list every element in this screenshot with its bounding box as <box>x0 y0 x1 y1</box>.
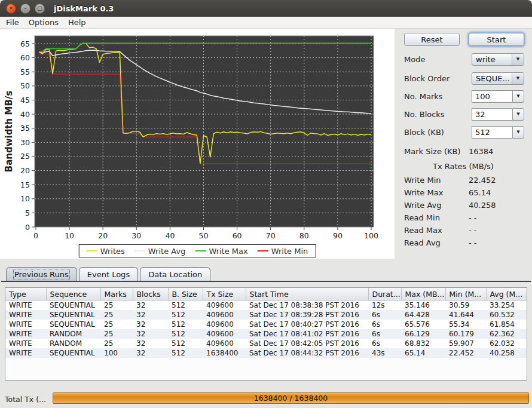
read-max-label: Read Max <box>404 226 442 235</box>
table-cell: 409600 <box>203 329 246 339</box>
table-cell: 32 <box>133 310 168 320</box>
svg-text:65: 65 <box>20 39 30 48</box>
no-marks-input[interactable]: 100 ▼ <box>472 90 524 103</box>
table-cell: 40.258 <box>486 348 527 358</box>
total-tx-label: Total Tx (... <box>5 395 46 404</box>
table-cell: RANDOM <box>46 329 100 339</box>
progress-text: 1638400 / 1638400 <box>254 394 328 403</box>
svg-text:35: 35 <box>20 124 30 133</box>
column-header[interactable]: Start Time <box>246 288 368 300</box>
table-cell: WRITE <box>5 300 46 311</box>
table-cell: 59.907 <box>445 339 486 348</box>
table-row[interactable]: WRITERANDOM2532512409600Sat Dec 17 08:42… <box>5 339 527 348</box>
no-marks-label: No. Marks <box>404 92 443 101</box>
table-cell: SEQUENTIAL <box>46 310 100 320</box>
table-cell: 6s <box>368 329 401 339</box>
app-window: ✕ – □ jDiskMark 0.3 File Options Help 05… <box>0 0 532 408</box>
bandwidth-chart-panel: 0510152025303540455055606501020304050607… <box>0 29 395 259</box>
table-row[interactable]: WRITESEQUENTIAL2532512409600Sat Dec 17 0… <box>5 300 527 311</box>
tab-data-location[interactable]: Data Location <box>140 267 210 281</box>
table-cell: WRITE <box>5 329 46 339</box>
read-min-label: Read Min <box>404 213 440 222</box>
table-cell: 68.832 <box>401 339 445 348</box>
column-header[interactable]: B. Size <box>168 288 203 300</box>
table-row[interactable]: WRITERANDOM2532512409600Sat Dec 17 08:41… <box>5 329 527 339</box>
tab-previous-runs[interactable]: Previous Runs <box>6 267 77 281</box>
column-header[interactable]: Tx Size <box>203 288 246 300</box>
svg-text:55: 55 <box>20 68 30 76</box>
legend-swatch <box>134 250 145 251</box>
read-avg-label: Read Avg <box>404 238 441 247</box>
maximize-icon[interactable]: □ <box>35 4 45 14</box>
minimize-icon[interactable]: – <box>20 4 30 14</box>
no-blocks-input[interactable]: 32 ▼ <box>472 108 524 121</box>
table-cell: WRITE <box>5 320 46 329</box>
controls-panel: Reset Start Mode write ▼ Block Order SEQ… <box>395 29 532 259</box>
block-kb-input[interactable]: 512 ▼ <box>472 126 524 139</box>
table-cell: 409600 <box>203 300 246 311</box>
table-cell: 32 <box>133 300 168 311</box>
table-cell: 12s <box>368 300 401 311</box>
column-header[interactable]: Avg (M... <box>486 288 527 300</box>
mode-label: Mode <box>404 55 425 64</box>
block-kb-label: Block (KB) <box>404 128 444 137</box>
mode-select[interactable]: write ▼ <box>472 53 524 66</box>
column-header[interactable]: Max (MB... <box>401 288 445 300</box>
column-header[interactable]: Type <box>5 288 46 300</box>
table-cell: 25 <box>100 329 133 339</box>
table-cell: 409600 <box>203 310 246 320</box>
start-button[interactable]: Start <box>469 33 524 46</box>
tab-event-logs[interactable]: Event Logs <box>79 267 138 281</box>
read-max-value: - - <box>469 226 477 235</box>
legend-item: Write Max <box>195 247 247 256</box>
svg-text:40: 40 <box>165 231 175 240</box>
bandwidth-chart: 0510152025303540455055606501020304050607… <box>0 29 395 259</box>
write-min-label: Write Min <box>404 176 441 185</box>
svg-text:60: 60 <box>233 231 242 240</box>
legend-item: Write Avg <box>134 247 186 256</box>
write-avg-value: 40.258 <box>469 201 496 210</box>
table-cell: 65.14 <box>401 348 445 358</box>
svg-text:0: 0 <box>25 223 30 232</box>
chevron-down-icon: ▼ <box>512 126 524 139</box>
table-cell: WRITE <box>5 310 46 320</box>
write-min-value: 22.452 <box>469 176 496 185</box>
table-cell: 32 <box>133 320 168 329</box>
menu-options[interactable]: Options <box>24 18 63 27</box>
table-cell: 6s <box>368 310 401 320</box>
table-cell: 41.644 <box>445 310 486 320</box>
legend-item: Write Min <box>258 247 308 256</box>
table-row[interactable]: WRITESEQUENTIAL2532512409600Sat Dec 17 0… <box>5 320 527 329</box>
svg-text:45: 45 <box>20 96 30 105</box>
column-header[interactable]: Marks <box>100 288 133 300</box>
svg-text:100: 100 <box>364 231 378 240</box>
write-max-value: 65.14 <box>469 188 491 197</box>
reset-button[interactable]: Reset <box>404 33 460 46</box>
column-header[interactable]: Durat... <box>368 288 401 300</box>
table-row[interactable]: WRITESEQUENTIAL2532512409600Sat Dec 17 0… <box>5 310 527 320</box>
column-header[interactable]: Sequence <box>46 288 100 300</box>
total-tx-progressbar: 1638400 / 1638400 <box>53 392 529 404</box>
table-cell: 66.129 <box>401 329 445 339</box>
legend-item: Writes <box>87 247 125 256</box>
menu-file[interactable]: File <box>6 18 24 27</box>
table-cell: 62.362 <box>486 329 527 339</box>
table-cell: 55.34 <box>445 320 486 329</box>
chevron-down-icon: ▼ <box>512 90 524 103</box>
menu-help[interactable]: Help <box>63 18 91 27</box>
table-cell: Sat Dec 17 08:42:05 PST 2016 <box>246 339 368 348</box>
read-avg-value: - - <box>469 238 477 247</box>
block-order-select[interactable]: SEQUE... ▼ <box>472 72 524 85</box>
table-cell: 25 <box>100 339 133 348</box>
column-header[interactable]: Min (M... <box>445 288 486 300</box>
previous-runs-table: TypeSequenceMarksBlocksB. SizeTx SizeSta… <box>5 288 527 358</box>
table-cell: 30.59 <box>445 300 486 311</box>
table-cell: 512 <box>168 320 203 329</box>
close-icon[interactable]: ✕ <box>6 4 16 14</box>
column-header[interactable]: Blocks <box>133 288 168 300</box>
table-cell: SEQUENTIAL <box>46 300 100 311</box>
table-cell: Sat Dec 17 08:38:38 PST 2016 <box>246 300 368 311</box>
table-cell: 60.179 <box>445 329 486 339</box>
table-row[interactable]: WRITESEQUENTIAL100325121638400Sat Dec 17… <box>5 348 527 358</box>
legend-label: Writes <box>100 247 125 256</box>
